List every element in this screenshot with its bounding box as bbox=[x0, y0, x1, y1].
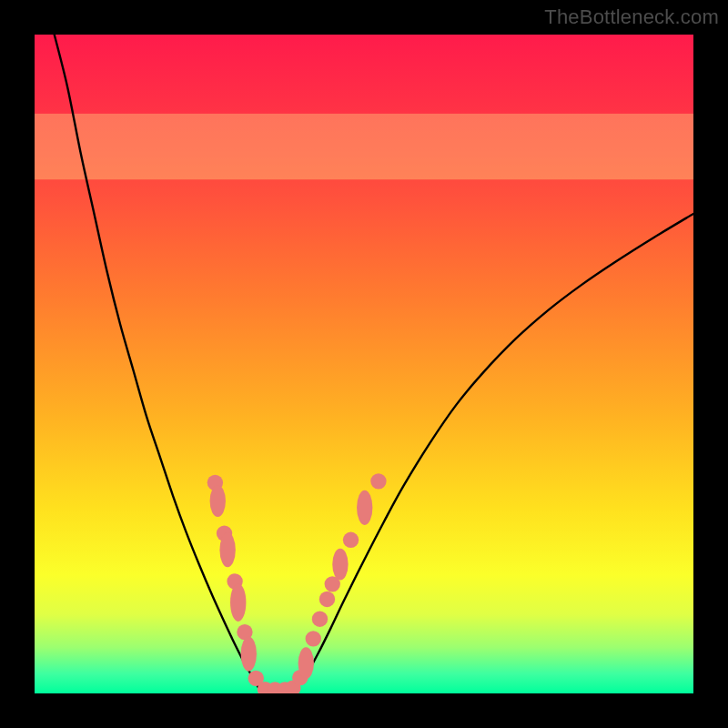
data-marker bbox=[319, 592, 335, 607]
highlight-band bbox=[35, 114, 693, 179]
data-marker bbox=[210, 485, 226, 517]
data-marker bbox=[370, 473, 386, 489]
data-marker bbox=[343, 532, 359, 548]
plot-area bbox=[35, 35, 693, 693]
data-marker bbox=[241, 636, 257, 671]
bottleneck-chart bbox=[35, 35, 693, 693]
chart-frame: TheBottleneck.com bbox=[0, 0, 728, 728]
data-marker bbox=[230, 583, 246, 622]
data-marker bbox=[332, 549, 348, 581]
data-marker bbox=[312, 612, 328, 627]
data-marker bbox=[298, 647, 314, 679]
data-marker bbox=[219, 532, 235, 567]
watermark-text: TheBottleneck.com bbox=[544, 5, 719, 29]
data-marker bbox=[357, 490, 372, 525]
data-marker bbox=[306, 631, 321, 646]
